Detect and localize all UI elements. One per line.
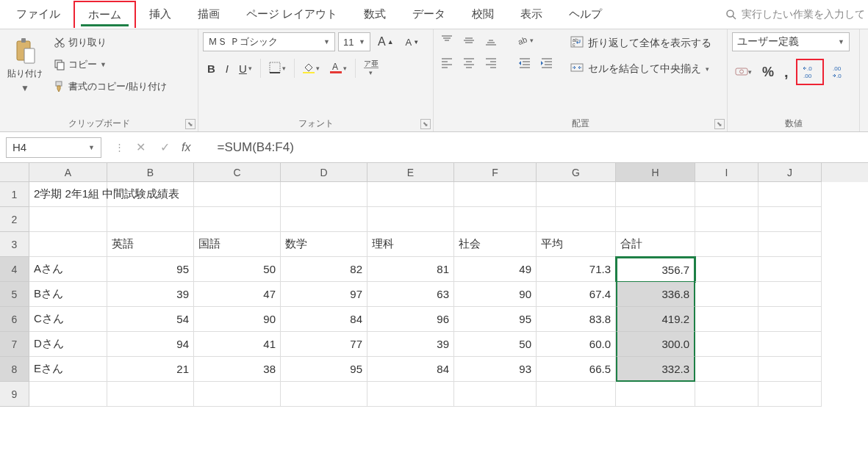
underline-button[interactable]: U▾ [234, 59, 257, 78]
cell[interactable] [281, 182, 367, 207]
cell[interactable] [367, 207, 454, 232]
fill-color-button[interactable]: ▾ [298, 59, 324, 79]
row-header[interactable]: 5 [0, 282, 29, 307]
cell[interactable] [695, 207, 758, 232]
increase-decimal-button[interactable]: .0.00 [799, 62, 821, 82]
cell[interactable] [454, 182, 537, 207]
column-header-I[interactable]: I [695, 163, 758, 182]
cell[interactable] [758, 382, 822, 407]
cell[interactable] [758, 282, 822, 307]
cell[interactable] [367, 382, 454, 407]
cell[interactable]: 社会 [454, 232, 537, 257]
cell[interactable] [695, 257, 758, 282]
cell[interactable]: 数学 [281, 232, 367, 257]
cell[interactable] [107, 207, 194, 232]
tab-home[interactable]: ホーム [73, 1, 136, 28]
enter-formula-button[interactable]: ✓ [157, 139, 173, 156]
font-dialog-launcher[interactable]: ⬊ [420, 119, 431, 129]
cell[interactable] [758, 232, 822, 257]
cell[interactable] [695, 232, 758, 257]
cell[interactable]: 39 [367, 332, 454, 357]
accounting-format-button[interactable]: ▾ [732, 62, 755, 83]
cell[interactable]: 356.7 [616, 257, 695, 282]
cell[interactable]: 38 [194, 357, 281, 382]
format-painter-button[interactable]: 書式のコピー/貼り付け [50, 78, 171, 95]
cell[interactable]: 419.2 [616, 307, 695, 332]
align-middle-button[interactable] [460, 32, 478, 48]
cell[interactable]: 84 [281, 307, 367, 332]
align-top-button[interactable] [438, 32, 456, 48]
cell[interactable] [616, 207, 695, 232]
cell[interactable]: 41 [194, 332, 281, 357]
tab-help[interactable]: ヘルプ [556, 1, 615, 27]
font-size-select[interactable]: 11 ▼ [338, 32, 370, 51]
comma-button[interactable]: , [781, 61, 792, 84]
align-right-button[interactable] [482, 54, 500, 70]
cell[interactable]: 93 [454, 357, 537, 382]
row-header[interactable]: 6 [0, 307, 29, 332]
cut-button[interactable]: 切り取り [50, 34, 171, 51]
alignment-dialog-launcher[interactable]: ⬊ [714, 119, 725, 129]
tab-page-layout[interactable]: ページ レイアウト [233, 1, 351, 27]
column-header-A[interactable]: A [29, 163, 107, 182]
cell[interactable] [29, 207, 107, 232]
cell[interactable]: 平均 [537, 232, 616, 257]
name-box[interactable]: H4 ▼ [6, 137, 101, 158]
bold-button[interactable]: B [203, 59, 220, 78]
cell[interactable] [281, 207, 367, 232]
cell[interactable]: 47 [194, 282, 281, 307]
tell-me-search[interactable]: 実行したい作業を入力して [725, 8, 865, 21]
fx-icon[interactable]: fx [182, 141, 190, 154]
merge-center-button[interactable]: セルを結合して中央揃え ▾ [564, 58, 717, 79]
increase-font-button[interactable]: A▲ [373, 32, 398, 51]
cell[interactable]: 49 [454, 257, 537, 282]
decrease-decimal-button[interactable]: .00.0 [828, 62, 850, 82]
copy-button[interactable]: コピー ▼ [50, 56, 171, 73]
cell[interactable]: Bさん [29, 282, 107, 307]
cell[interactable] [537, 207, 616, 232]
cell[interactable]: 21 [107, 357, 194, 382]
cell[interactable] [107, 382, 194, 407]
column-header-G[interactable]: G [537, 163, 616, 182]
cell[interactable] [194, 182, 281, 207]
cell[interactable] [29, 232, 107, 257]
tab-insert[interactable]: 挿入 [136, 1, 184, 27]
column-header-H[interactable]: H [616, 163, 695, 182]
cell[interactable]: 50 [194, 257, 281, 282]
tab-view[interactable]: 表示 [507, 1, 556, 27]
column-header-F[interactable]: F [454, 163, 537, 182]
cell[interactable]: 95 [107, 257, 194, 282]
font-color-button[interactable]: A ▾ [326, 59, 351, 79]
cell[interactable]: 54 [107, 307, 194, 332]
column-header-J[interactable]: J [758, 163, 822, 182]
cell[interactable]: 336.8 [616, 282, 695, 307]
cell[interactable] [367, 182, 454, 207]
cell[interactable]: 67.4 [537, 282, 616, 307]
cell[interactable]: Aさん [29, 257, 107, 282]
cell[interactable]: 50 [454, 332, 537, 357]
increase-indent-button[interactable] [538, 54, 556, 70]
cell[interactable] [758, 182, 822, 207]
cell[interactable]: 39 [107, 282, 194, 307]
tab-review[interactable]: 校閲 [459, 1, 507, 27]
row-header[interactable]: 8 [0, 357, 29, 382]
italic-button[interactable]: I [221, 59, 233, 78]
cell[interactable] [616, 382, 695, 407]
borders-button[interactable]: ▾ [265, 59, 290, 79]
cell[interactable]: 300.0 [616, 332, 695, 357]
cell[interactable]: 77 [281, 332, 367, 357]
cell[interactable] [695, 182, 758, 207]
cell[interactable] [537, 182, 616, 207]
tab-draw[interactable]: 描画 [184, 1, 233, 27]
cell[interactable] [758, 307, 822, 332]
clipboard-dialog-launcher[interactable]: ⬊ [185, 119, 196, 129]
cell[interactable] [758, 257, 822, 282]
cell[interactable]: 95 [281, 357, 367, 382]
cell[interactable] [454, 207, 537, 232]
cell[interactable]: 83.8 [537, 307, 616, 332]
cell[interactable] [194, 207, 281, 232]
cell[interactable] [695, 282, 758, 307]
font-name-select[interactable]: ＭＳ Ｐゴシック ▼ [203, 32, 335, 51]
align-left-button[interactable] [438, 54, 456, 70]
cell[interactable]: 90 [454, 282, 537, 307]
